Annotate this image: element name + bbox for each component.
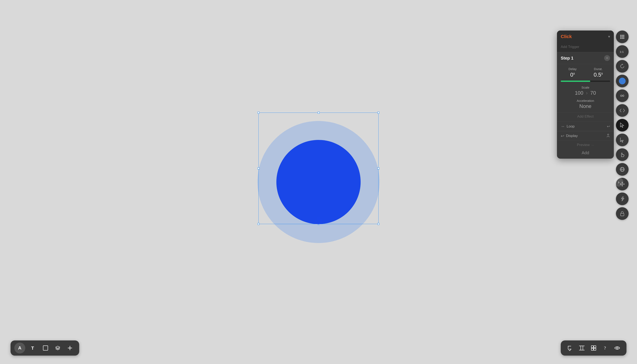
svg-point-21 bbox=[622, 38, 623, 39]
delay-duration-row: Delay 0s Durat. 0.5s bbox=[557, 64, 614, 79]
blue-dot-icon bbox=[619, 78, 626, 84]
handle-top-right[interactable] bbox=[377, 112, 379, 114]
display-side: ↩ Display bbox=[561, 134, 578, 138]
eye-button[interactable] bbox=[612, 342, 623, 354]
progress-bar[interactable] bbox=[561, 80, 610, 82]
scale-row: Scale 100 › 70 bbox=[557, 84, 614, 97]
svg-marker-24 bbox=[620, 123, 624, 128]
animation-panel: Click ▾ Add Trigger Step 1 + Delay 0s Du… bbox=[557, 30, 614, 159]
svg-text:?: ? bbox=[604, 345, 606, 350]
svg-rect-9 bbox=[594, 346, 596, 348]
svg-point-31 bbox=[607, 134, 609, 135]
grid-icon-button[interactable] bbox=[616, 30, 628, 43]
svg-rect-8 bbox=[591, 346, 593, 348]
handle-bottom-right[interactable] bbox=[377, 223, 379, 225]
circle-button[interactable] bbox=[616, 75, 628, 87]
loop-row: ↔ Loop ↩ bbox=[557, 122, 614, 131]
add-trigger-row: Add Trigger bbox=[557, 43, 614, 52]
lightning-button[interactable] bbox=[616, 192, 628, 205]
duration-label: Durat. bbox=[586, 67, 610, 71]
avatar[interactable]: A bbox=[14, 342, 25, 354]
code-button[interactable] bbox=[616, 104, 628, 117]
canvas-frame bbox=[239, 102, 398, 262]
move-handle[interactable] bbox=[316, 219, 321, 224]
bottom-toolbar: A T bbox=[11, 340, 79, 356]
svg-point-17 bbox=[620, 36, 621, 37]
trigger-label[interactable]: Click bbox=[561, 34, 572, 39]
svg-rect-1 bbox=[43, 346, 48, 350]
one-to-one-button[interactable]: 1:1 bbox=[616, 45, 628, 58]
display-label[interactable]: Display bbox=[566, 134, 578, 138]
scale-label: Scale bbox=[561, 86, 610, 89]
handle-top-left[interactable] bbox=[258, 112, 260, 114]
duration-value: 0.5s bbox=[586, 72, 610, 78]
text-tool-button[interactable]: T bbox=[28, 342, 39, 354]
lock-button[interactable] bbox=[616, 207, 628, 220]
acceleration-label: Acceleration bbox=[561, 99, 610, 102]
sphere-button[interactable] bbox=[616, 163, 628, 176]
add-effect-row: Add Effect bbox=[557, 112, 614, 122]
refresh-button[interactable] bbox=[616, 60, 628, 72]
layers-tool-button[interactable] bbox=[52, 342, 63, 354]
help-button[interactable]: ? bbox=[600, 342, 611, 354]
loop-left-icon: ↔ bbox=[561, 124, 565, 129]
delay-box: Delay 0s bbox=[561, 67, 584, 78]
lasso-button[interactable] bbox=[564, 342, 575, 354]
add-button-row: Add bbox=[557, 148, 614, 159]
svg-point-14 bbox=[620, 35, 621, 36]
bottom-right-toolbar: ? bbox=[561, 340, 626, 356]
trigger-chevron-icon[interactable]: ▾ bbox=[608, 34, 610, 39]
delay-value: 0s bbox=[561, 72, 584, 78]
canvas-area bbox=[0, 0, 637, 364]
add-effect-text[interactable]: Add Effect bbox=[577, 114, 594, 118]
svg-point-15 bbox=[622, 35, 623, 36]
svg-point-22 bbox=[623, 38, 624, 39]
svg-text:T: T bbox=[31, 346, 34, 351]
add-tool-button[interactable] bbox=[65, 342, 75, 354]
svg-rect-11 bbox=[594, 348, 596, 350]
frame-tool-button[interactable] bbox=[40, 342, 51, 354]
cursor-button[interactable] bbox=[616, 119, 628, 132]
preview-text[interactable]: Preview bbox=[577, 143, 590, 147]
arrow-button[interactable] bbox=[616, 134, 628, 146]
svg-point-16 bbox=[623, 35, 624, 36]
progress-bar-fill bbox=[561, 80, 590, 82]
acceleration-row: Acceleration None bbox=[557, 97, 614, 112]
scale-value: 100 › 70 bbox=[561, 90, 610, 96]
preview-row: Preview ··· bbox=[557, 140, 614, 148]
svg-rect-10 bbox=[591, 348, 593, 350]
step-header: Step 1 + bbox=[557, 52, 614, 64]
loop-side: ↔ Loop bbox=[561, 124, 575, 129]
display-left-icon: ↩ bbox=[561, 134, 564, 138]
layout-button[interactable] bbox=[588, 342, 599, 354]
handle-top-mid[interactable] bbox=[318, 112, 320, 114]
svg-text:1:1: 1:1 bbox=[620, 50, 624, 54]
svg-point-18 bbox=[622, 36, 623, 37]
trigger-header: Click ▾ bbox=[557, 30, 614, 43]
display-row: ↩ Display bbox=[557, 131, 614, 140]
add-button-text[interactable]: Add bbox=[582, 150, 589, 155]
main-circle[interactable] bbox=[276, 140, 361, 224]
display-right-icon[interactable] bbox=[606, 134, 610, 138]
add-trigger-text[interactable]: Add Trigger bbox=[561, 45, 579, 49]
columns-button[interactable] bbox=[576, 342, 587, 354]
svg-rect-30 bbox=[620, 213, 624, 216]
loop-right-icon[interactable]: ↩ bbox=[607, 124, 610, 129]
delay-label: Delay bbox=[561, 67, 584, 71]
right-sidebar: 1:1 bbox=[616, 30, 628, 220]
acceleration-value[interactable]: None bbox=[561, 103, 610, 109]
svg-point-13 bbox=[616, 347, 618, 349]
preview-dots: ··· bbox=[591, 143, 594, 147]
arrow-right-button[interactable]: › bbox=[614, 177, 623, 187]
duration-box: Durat. 0.5s bbox=[586, 67, 610, 78]
loop-label[interactable]: Loop bbox=[567, 124, 575, 128]
step-add-button[interactable]: + bbox=[604, 55, 610, 61]
infinity-button[interactable] bbox=[616, 90, 628, 102]
step-title: Step 1 bbox=[561, 56, 573, 60]
hand-button[interactable] bbox=[616, 148, 628, 161]
handle-bottom-left[interactable] bbox=[258, 223, 260, 225]
svg-point-19 bbox=[623, 36, 624, 37]
svg-point-20 bbox=[620, 38, 621, 39]
